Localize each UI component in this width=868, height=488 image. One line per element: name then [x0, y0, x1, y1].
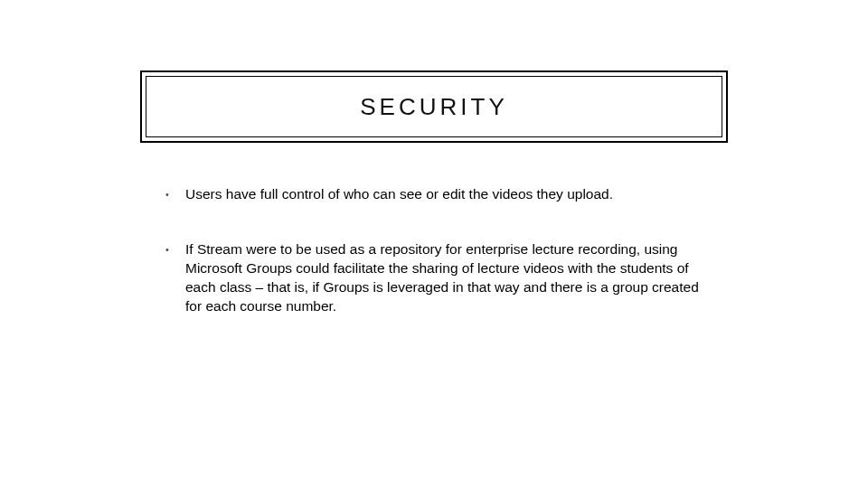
bullet-item: Users have full control of who can see o…	[158, 185, 710, 204]
bullet-list: Users have full control of who can see o…	[158, 185, 710, 316]
title-frame-inner: SECURITY	[146, 76, 722, 137]
title-frame-outer: SECURITY	[140, 70, 728, 143]
slide-body: Users have full control of who can see o…	[158, 185, 710, 352]
slide: SECURITY Users have full control of who …	[0, 0, 868, 488]
bullet-item: If Stream were to be used as a repositor…	[158, 240, 710, 316]
slide-title: SECURITY	[360, 93, 507, 121]
